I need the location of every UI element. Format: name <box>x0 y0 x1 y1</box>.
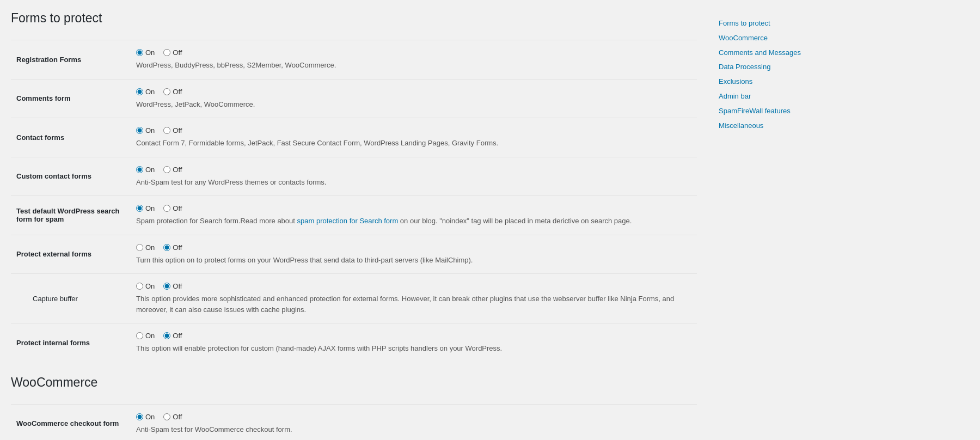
sidebar-link-admin-bar[interactable]: Admin bar <box>719 89 817 104</box>
description-link-test-default-search[interactable]: spam protection for Search form <box>297 217 399 225</box>
radio-group-test-default-search: OnOff <box>136 204 691 212</box>
radio-on-custom-contact-forms[interactable]: On <box>136 166 155 174</box>
settings-row-registration-forms: Registration FormsOnOffWordPress, BuddyP… <box>11 40 697 80</box>
radio-off-test-default-search[interactable]: Off <box>163 204 182 212</box>
settings-row-test-default-search: Test default WordPress search form for s… <box>11 196 697 235</box>
forms-settings-table: Registration FormsOnOffWordPress, BuddyP… <box>11 40 697 362</box>
page-heading: Forms to protect <box>11 11 697 30</box>
row-label-contact-forms: Contact forms <box>11 118 131 157</box>
radio-off-comments-form[interactable]: Off <box>163 88 182 96</box>
row-control-woocommerce-checkout-form: OnOffAnti-Spam test for WooCommerce chec… <box>131 404 697 440</box>
radio-group-registration-forms: OnOff <box>136 48 691 57</box>
radio-group-contact-forms: OnOff <box>136 126 691 135</box>
radio-on-test-default-search[interactable]: On <box>136 204 155 212</box>
radio-group-custom-contact-forms: OnOff <box>136 166 691 174</box>
radio-off-custom-contact-forms[interactable]: Off <box>163 166 182 174</box>
sidebar-link-miscellaneous[interactable]: Miscellaneous <box>719 119 817 133</box>
row-control-contact-forms: OnOffContact Form 7, Formidable forms, J… <box>131 118 697 157</box>
radio-on-woocommerce-checkout-form[interactable]: On <box>136 413 155 421</box>
row-description-contact-forms: Contact Form 7, Formidable forms, JetPac… <box>136 138 691 149</box>
settings-row-contact-forms: Contact formsOnOffContact Form 7, Formid… <box>11 118 697 157</box>
settings-row-capture-buffer: Capture bufferOnOffThis option provides … <box>11 274 697 323</box>
row-control-protect-external-forms: OnOffTurn this option on to protect form… <box>131 235 697 274</box>
radio-off-protect-internal-forms[interactable]: Off <box>163 332 182 340</box>
row-label-woocommerce-checkout-form: WooCommerce checkout form <box>11 404 131 440</box>
row-description-registration-forms: WordPress, BuddyPress, bbPress, S2Member… <box>136 60 691 71</box>
radio-off-protect-external-forms[interactable]: Off <box>163 243 182 252</box>
row-description-capture-buffer: This option provides more sophisticated … <box>136 294 691 315</box>
row-description-woocommerce-checkout-form: Anti-Spam test for WooCommerce checkout … <box>136 424 691 435</box>
row-description-protect-internal-forms: This option will enable protection for c… <box>136 343 691 354</box>
row-label-custom-contact-forms: Custom contact forms <box>11 157 131 196</box>
woocommerce-heading: WooCommerce <box>11 375 697 394</box>
sidebar-link-exclusions[interactable]: Exclusions <box>719 75 817 89</box>
row-label-protect-internal-forms: Protect internal forms <box>11 323 131 362</box>
radio-group-woocommerce-checkout-form: OnOff <box>136 413 691 421</box>
row-label-capture-buffer: Capture buffer <box>11 274 131 323</box>
sidebar: Forms to protectWooCommerceComments and … <box>708 11 828 440</box>
row-label-test-default-search: Test default WordPress search form for s… <box>11 196 131 235</box>
row-label-protect-external-forms: Protect external forms <box>11 235 131 274</box>
settings-row-custom-contact-forms: Custom contact formsOnOffAnti-Spam test … <box>11 157 697 196</box>
row-control-test-default-search: OnOffSpam protection for Search form.Rea… <box>131 196 697 235</box>
row-control-registration-forms: OnOffWordPress, BuddyPress, bbPress, S2M… <box>131 40 697 80</box>
radio-on-protect-internal-forms[interactable]: On <box>136 332 155 340</box>
row-description-test-default-search: Spam protection for Search form.Read mor… <box>136 216 691 227</box>
radio-on-contact-forms[interactable]: On <box>136 126 155 135</box>
sidebar-link-data-processing[interactable]: Data Processing <box>719 60 817 75</box>
radio-on-registration-forms[interactable]: On <box>136 48 155 57</box>
radio-on-comments-form[interactable]: On <box>136 88 155 96</box>
radio-group-protect-external-forms: OnOff <box>136 243 691 252</box>
radio-off-capture-buffer[interactable]: Off <box>163 282 182 290</box>
radio-group-comments-form: OnOff <box>136 88 691 96</box>
radio-off-registration-forms[interactable]: Off <box>163 48 182 57</box>
radio-off-woocommerce-checkout-form[interactable]: Off <box>163 413 182 421</box>
settings-row-comments-form: Comments formOnOffWordPress, JetPack, Wo… <box>11 79 697 118</box>
settings-row-protect-external-forms: Protect external formsOnOffTurn this opt… <box>11 235 697 274</box>
radio-off-contact-forms[interactable]: Off <box>163 126 182 135</box>
row-description-custom-contact-forms: Anti-Spam test for any WordPress themes … <box>136 177 691 188</box>
radio-on-protect-external-forms[interactable]: On <box>136 243 155 252</box>
settings-row-woocommerce-checkout-form: WooCommerce checkout formOnOffAnti-Spam … <box>11 404 697 440</box>
sidebar-link-comments-and-messages[interactable]: Comments and Messages <box>719 46 817 60</box>
row-description-comments-form: WordPress, JetPack, WooCommerce. <box>136 99 691 110</box>
radio-group-protect-internal-forms: OnOff <box>136 332 691 340</box>
row-control-protect-internal-forms: OnOffThis option will enable protection … <box>131 323 697 362</box>
radio-group-capture-buffer: OnOff <box>136 282 691 290</box>
row-label-comments-form: Comments form <box>11 79 131 118</box>
sidebar-link-forms-to-protect[interactable]: Forms to protect <box>719 16 817 31</box>
sidebar-link-woocommerce[interactable]: WooCommerce <box>719 31 817 46</box>
radio-on-capture-buffer[interactable]: On <box>136 282 155 290</box>
row-label-registration-forms: Registration Forms <box>11 40 131 80</box>
row-control-comments-form: OnOffWordPress, JetPack, WooCommerce. <box>131 79 697 118</box>
row-description-protect-external-forms: Turn this option on to protect forms on … <box>136 255 691 266</box>
row-control-capture-buffer: OnOffThis option provides more sophistic… <box>131 274 697 323</box>
settings-row-protect-internal-forms: Protect internal formsOnOffThis option w… <box>11 323 697 362</box>
sidebar-link-spamfirewall-features[interactable]: SpamFireWall features <box>719 104 817 119</box>
row-control-custom-contact-forms: OnOffAnti-Spam test for any WordPress th… <box>131 157 697 196</box>
woocommerce-settings-table: WooCommerce checkout formOnOffAnti-Spam … <box>11 404 697 441</box>
